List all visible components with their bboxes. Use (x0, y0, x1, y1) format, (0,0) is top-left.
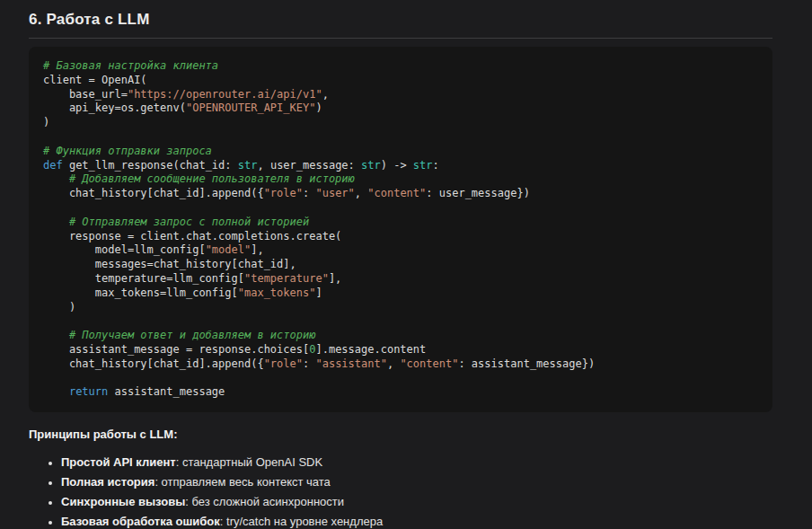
code-line (43, 314, 758, 329)
code-token: "assistant" (315, 357, 386, 370)
code-token: assistant_message = response.choices[ (43, 343, 309, 356)
code-token: # Отправляем запрос с полной историей (43, 216, 309, 228)
code-token: str (361, 159, 381, 172)
list-item-desc: : try/catch на уровне хендлера (220, 515, 383, 528)
code-token: , user_message: (257, 159, 361, 172)
code-token: "role" (264, 357, 303, 370)
code-line: temperature=llm_config["temperature"], (43, 272, 758, 287)
code-block: # Базовая настройка клиентаclient = Open… (29, 47, 772, 412)
code-token: # Добавляем сообщение пользователя в ист… (43, 172, 355, 185)
principles-heading: Принципы работы с LLM: (29, 428, 772, 441)
code-token (43, 385, 69, 398)
code-token: return (69, 385, 108, 398)
code-token: , (355, 187, 367, 199)
code-line: client = OpenAI( (43, 74, 758, 88)
code-token: assistant_message (108, 385, 225, 398)
code-token: str (238, 159, 258, 172)
list-item-desc: : без сложной асинхронности (185, 495, 344, 508)
code-token: "role" (264, 187, 303, 199)
code-token: chat_history[chat_id].append({ (43, 187, 264, 199)
code-token: "content" (400, 357, 458, 370)
code-line: assistant_message = response.choices[0].… (43, 343, 758, 357)
code-token: "OPENROUTER_API_KEY" (186, 101, 316, 114)
code-line: # Функция отправки запроса (43, 145, 758, 159)
code-line: model=llm_config["model"], (43, 243, 758, 258)
code-token: temperature=llm_config[ (43, 272, 244, 285)
code-token: : (433, 159, 439, 172)
code-token: # Базовая настройка клиента (43, 59, 218, 72)
list-item-desc: : отправляем весь контекст чата (154, 475, 330, 489)
code-line: response = client.chat.completions.creat… (43, 230, 758, 244)
code-token: api_key=os.getenv( (43, 101, 186, 114)
code-token: ], (251, 243, 263, 256)
code-token: ].message.content (315, 343, 426, 356)
code-line: base_url="https://openrouter.ai/api/v1", (43, 88, 758, 102)
code-token: ) (43, 116, 49, 128)
list-item-term: Простой API клиент (61, 455, 176, 469)
code-token: get_llm_response(chat_id: (63, 159, 238, 172)
code-line: chat_history[chat_id].append({"role": "a… (43, 357, 758, 372)
code-line: messages=chat_history[chat_id], (43, 258, 758, 272)
code-token: base_url= (43, 88, 128, 101)
code-token: : assistant_message}) (458, 357, 595, 370)
code-token: client = OpenAI( (43, 74, 147, 86)
code-line: chat_history[chat_id].append({"role": "u… (43, 187, 758, 201)
list-item-term: Синхронные вызовы (61, 495, 185, 508)
code-token: "model" (206, 243, 252, 256)
code-token: "user" (315, 187, 354, 199)
code-token: : (303, 187, 315, 199)
list-item-term: Базовая обработка ошибок (61, 515, 220, 528)
list-item: Полная история: отправляем весь контекст… (61, 474, 772, 489)
code-token: , (322, 88, 329, 101)
code-line: ) (43, 301, 758, 315)
code-line: # Добавляем сообщение пользователя в ист… (43, 172, 758, 187)
list-item: Синхронные вызовы: без сложной асинхронн… (61, 494, 772, 509)
code-token: "content" (367, 187, 426, 199)
code-token: ] (315, 287, 322, 299)
principles-list: Простой API клиент: стандартный OpenAI S… (29, 454, 772, 529)
code-token: # Получаем ответ и добавляем в историю (43, 329, 315, 341)
page-title: 6. Работа с LLM (29, 9, 772, 38)
code-token: ) -> (381, 159, 413, 172)
code-token: "https://openrouter.ai/api/v1" (128, 88, 322, 101)
code-line: def get_llm_response(chat_id: str, user_… (43, 159, 758, 173)
code-line: ) (43, 116, 758, 130)
code-token: : (303, 357, 315, 370)
code-token: ], (329, 272, 341, 285)
code-line: # Получаем ответ и добавляем в историю (43, 329, 758, 343)
code-line: # Отправляем запрос с полной историей (43, 216, 758, 230)
code-token: chat_history[chat_id].append({ (43, 357, 264, 370)
code-token: messages=chat_history[chat_id], (43, 258, 296, 270)
list-item-term: Полная история (61, 475, 154, 489)
code-line: api_key=os.getenv("OPENROUTER_API_KEY") (43, 101, 758, 116)
code-token: str (413, 159, 433, 172)
code-line: return assistant_message (43, 385, 758, 400)
code-token: max_tokens=llm_config[ (43, 287, 238, 299)
list-item: Простой API клиент: стандартный OpenAI S… (61, 454, 772, 470)
list-item-desc: : стандартный OpenAI SDK (176, 455, 322, 469)
code-token: model=llm_config[ (43, 243, 206, 256)
list-item: Базовая обработка ошибок: try/catch на у… (61, 514, 772, 529)
code-line (43, 130, 758, 145)
code-token: response = client.chat.completions.creat… (43, 230, 341, 242)
code-line (43, 201, 758, 216)
code-line (43, 372, 758, 386)
heading-divider (29, 38, 772, 39)
code-token: ) (43, 301, 75, 313)
code-token: ) (315, 101, 322, 114)
code-token: "temperature" (244, 272, 329, 285)
code-token: , (387, 357, 400, 370)
code-token: # Функция отправки запроса (43, 145, 212, 157)
code-line: max_tokens=llm_config["max_tokens"] (43, 287, 758, 301)
document-page: 6. Работа с LLM # Базовая настройка клие… (0, 0, 812, 529)
code-token: "max_tokens" (238, 287, 316, 299)
code-token: def (43, 159, 63, 172)
code-line: # Базовая настройка клиента (43, 59, 758, 74)
code-token: : user_message}) (426, 187, 530, 199)
